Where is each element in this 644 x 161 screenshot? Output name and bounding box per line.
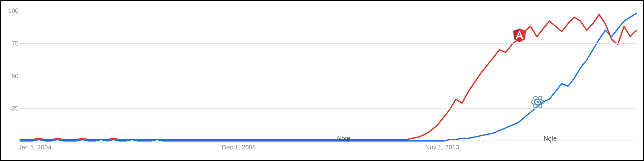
series-line-angular — [20, 14, 636, 140]
chart-frame: 255075100Jan 1, 2004Dec 1, 2008Nov 1, 20… — [0, 0, 644, 161]
note-tick — [344, 141, 344, 143]
react-icon — [530, 95, 545, 110]
y-tick-label: 75 — [8, 40, 19, 47]
x-tick-label: Jan 1, 2004 — [19, 144, 52, 151]
svg-point-3 — [537, 101, 539, 103]
gridline — [20, 43, 636, 44]
y-tick-label: 50 — [8, 72, 19, 79]
gridline — [20, 11, 636, 11]
gridline — [20, 76, 636, 76]
y-tick-label: 100 — [8, 7, 19, 14]
plot-area: 255075100Jan 1, 2004Dec 1, 2008Nov 1, 20… — [20, 11, 636, 141]
series-line-react — [20, 13, 636, 141]
note-tick — [550, 141, 551, 143]
x-tick-label: Dec 1, 2008 — [222, 144, 256, 151]
x-tick-label: Nov 1, 2013 — [425, 144, 459, 151]
angular-icon — [513, 29, 526, 44]
y-tick-label: 25 — [8, 105, 19, 112]
